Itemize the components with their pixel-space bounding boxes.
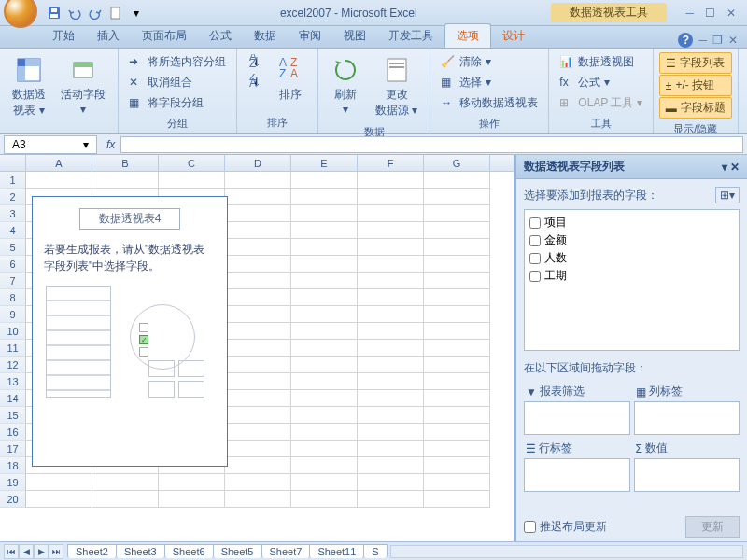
undo-icon[interactable] — [65, 4, 84, 22]
pivot-table-button[interactable]: 数据透 视表 ▾ — [6, 52, 52, 121]
tab-design[interactable]: 设计 — [491, 24, 536, 48]
cell[interactable] — [358, 273, 424, 289]
row-header[interactable]: 7 — [0, 273, 26, 289]
field-checkbox[interactable] — [529, 235, 541, 246]
pane-close-icon[interactable]: ✕ — [730, 161, 740, 174]
cell[interactable] — [358, 222, 424, 239]
column-header[interactable]: D — [225, 155, 291, 171]
cell[interactable] — [92, 474, 159, 491]
cell[interactable] — [424, 205, 490, 222]
cell[interactable] — [159, 474, 225, 491]
sheet-tab[interactable]: Sheet11 — [309, 544, 364, 558]
chevron-down-icon[interactable]: ▾ — [83, 138, 89, 151]
buttons-toggle[interactable]: ±+/- 按钮 — [659, 75, 732, 96]
pivot-chart-button[interactable]: 📊数据透视图 — [555, 52, 646, 72]
redo-icon[interactable] — [86, 4, 105, 22]
cell[interactable] — [358, 474, 424, 491]
sort-button[interactable]: AZZA 排序 — [269, 52, 312, 105]
change-source-button[interactable]: 更改 数据源 ▾ — [369, 52, 424, 121]
cell[interactable] — [291, 306, 358, 323]
cell[interactable] — [424, 390, 490, 407]
nav-prev-icon[interactable]: ◀ — [19, 544, 34, 559]
row-header[interactable]: 10 — [0, 323, 26, 340]
row-header[interactable]: 20 — [0, 491, 26, 508]
clear-button[interactable]: 🧹清除 ▾ — [436, 52, 543, 72]
close-icon[interactable]: ✕ — [726, 7, 736, 20]
move-button[interactable]: ↔移动数据透视表 — [436, 93, 543, 113]
cell[interactable] — [291, 239, 358, 256]
area-column[interactable]: ▦列标签 — [634, 382, 740, 435]
row-header[interactable]: 2 — [0, 189, 26, 205]
cell[interactable] — [358, 189, 424, 205]
cell[interactable] — [291, 205, 358, 222]
area-row[interactable]: ☰行标签 — [524, 439, 630, 492]
area-value[interactable]: Σ数值 — [634, 439, 740, 492]
cell[interactable] — [358, 172, 424, 189]
row-header[interactable]: 3 — [0, 205, 26, 222]
cell[interactable] — [225, 306, 291, 323]
cell[interactable] — [358, 491, 424, 508]
cell[interactable] — [424, 407, 490, 424]
save-icon[interactable] — [45, 4, 63, 22]
cell[interactable] — [225, 441, 291, 457]
formula-button[interactable]: fx公式 ▾ — [555, 73, 646, 92]
column-drop[interactable] — [634, 401, 740, 435]
cell[interactable] — [225, 273, 291, 289]
cell[interactable] — [26, 474, 92, 491]
sort-asc-button[interactable]: AZ — [243, 52, 267, 71]
field-list[interactable]: 项目金额人数工期 — [524, 209, 740, 351]
maximize-icon[interactable]: ☐ — [705, 7, 715, 20]
group-field-button[interactable]: ▦将字段分组 — [124, 93, 231, 113]
field-item[interactable]: 人数 — [529, 249, 735, 267]
column-header[interactable]: F — [358, 155, 424, 171]
field-checkbox[interactable] — [529, 253, 541, 264]
horizontal-scrollbar[interactable] — [390, 545, 743, 558]
help-icon[interactable]: ? — [678, 33, 693, 48]
nav-next-icon[interactable]: ▶ — [34, 544, 49, 559]
olap-button[interactable]: ⊞OLAP 工具 ▾ — [555, 93, 646, 113]
cell[interactable] — [225, 357, 291, 373]
select-button[interactable]: ▦选择 ▾ — [436, 73, 543, 92]
tab-data[interactable]: 数据 — [243, 24, 288, 48]
tab-dev[interactable]: 开发工具 — [377, 24, 444, 48]
cell[interactable] — [358, 407, 424, 424]
cell[interactable] — [424, 256, 490, 273]
cell[interactable] — [225, 239, 291, 256]
cell[interactable] — [424, 491, 490, 508]
tab-review[interactable]: 审阅 — [288, 24, 332, 48]
area-filter[interactable]: ▼报表筛选 — [524, 382, 630, 435]
column-header[interactable]: A — [26, 155, 92, 171]
cell[interactable] — [358, 424, 424, 441]
defer-checkbox[interactable] — [524, 521, 536, 533]
cell[interactable] — [424, 222, 490, 239]
name-box[interactable]: A3▾ — [4, 135, 97, 154]
value-drop[interactable] — [634, 458, 740, 492]
cell[interactable] — [159, 172, 225, 189]
cell[interactable] — [424, 323, 490, 340]
cell[interactable] — [225, 491, 291, 508]
cell[interactable] — [291, 357, 358, 373]
column-header[interactable]: C — [159, 155, 225, 171]
cell[interactable] — [424, 239, 490, 256]
cell[interactable] — [291, 407, 358, 424]
row-header[interactable]: 5 — [0, 239, 26, 256]
select-all-corner[interactable] — [0, 155, 26, 171]
cell[interactable] — [291, 172, 358, 189]
cell[interactable] — [225, 189, 291, 205]
cell[interactable] — [225, 172, 291, 189]
cell[interactable] — [291, 474, 358, 491]
cell[interactable] — [358, 323, 424, 340]
cell[interactable] — [424, 373, 490, 390]
tab-home[interactable]: 开始 — [41, 24, 86, 48]
row-header[interactable]: 4 — [0, 222, 26, 239]
column-header[interactable]: E — [291, 155, 358, 171]
row-header[interactable]: 14 — [0, 390, 26, 407]
cell[interactable] — [358, 306, 424, 323]
row-header[interactable]: 15 — [0, 407, 26, 424]
cell[interactable] — [225, 340, 291, 357]
formula-input[interactable] — [120, 136, 743, 153]
minimize-icon[interactable]: ─ — [685, 7, 694, 20]
filter-drop[interactable] — [524, 401, 630, 435]
refresh-button[interactable]: 刷新 ▾ — [324, 52, 367, 119]
cell[interactable] — [358, 373, 424, 390]
